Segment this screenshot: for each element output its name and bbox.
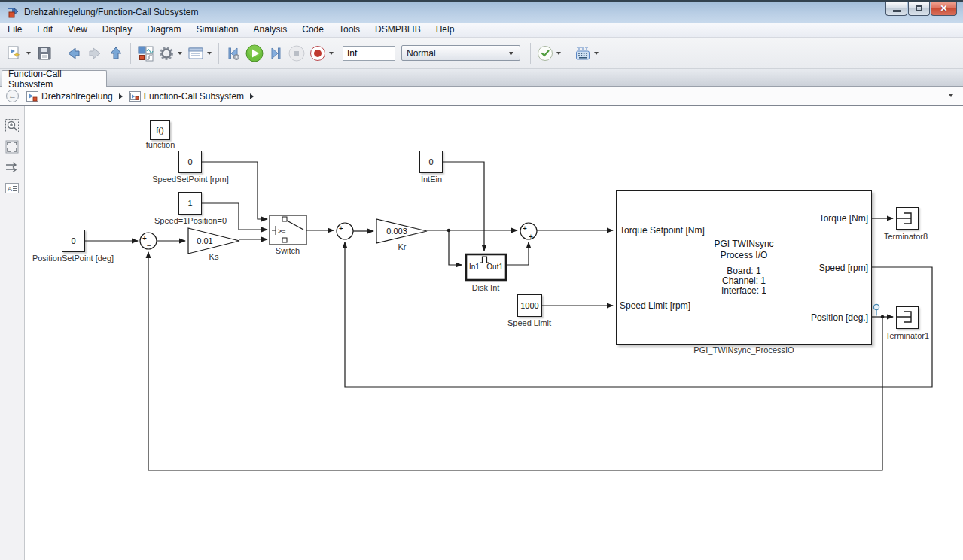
model-config-icon <box>187 44 205 62</box>
record-icon <box>309 44 327 62</box>
menu-diagram[interactable]: Diagram <box>139 23 188 37</box>
run-button[interactable] <box>244 43 265 64</box>
record-button[interactable] <box>307 43 328 64</box>
breadcrumb-options-button[interactable] <box>945 90 958 102</box>
branch-dot <box>447 229 451 233</box>
wire-position-feedback <box>148 252 882 470</box>
step-forward-icon <box>267 44 285 62</box>
breadcrumb: ← Drehzahlregelung Function-Call Subsyst… <box>0 87 963 106</box>
simulation-mode-value: Normal <box>407 48 436 59</box>
save-button[interactable] <box>34 43 55 64</box>
window-title: Drehzahlregelung/Function-Call Subsystem <box>24 7 198 17</box>
hardware-board-dropdown[interactable] <box>594 52 599 55</box>
sum-speed[interactable]: + − <box>337 223 353 240</box>
breadcrumb-item-subsystem[interactable]: Function-Call Subsystem <box>129 91 244 102</box>
simulation-mode-caret <box>509 52 513 55</box>
test-point-icon[interactable] <box>873 304 879 315</box>
menu-code[interactable]: Code <box>294 23 331 37</box>
model-advisor-check-icon <box>536 44 554 62</box>
title-bar: Drehzahlregelung/Function-Call Subsystem… <box>0 0 963 23</box>
terminator1-icon <box>897 311 911 322</box>
model-config-dropdown[interactable] <box>207 52 212 55</box>
signal-route-button[interactable] <box>5 160 20 175</box>
hardware-board-button[interactable] <box>572 43 593 64</box>
model-config-button[interactable] <box>185 43 206 64</box>
up-icon <box>107 44 125 62</box>
navigate-back-button[interactable] <box>63 43 84 64</box>
menu-simulation[interactable]: Simulation <box>189 23 246 37</box>
toolbar-separator <box>530 43 531 64</box>
menu-file[interactable]: File <box>0 23 29 37</box>
sum-torque[interactable]: + + <box>520 223 537 241</box>
record-dropdown[interactable] <box>329 52 334 55</box>
navigate-up-button[interactable] <box>105 43 126 64</box>
menu-display[interactable]: Display <box>95 23 139 37</box>
annotation-button[interactable]: A <box>5 181 20 196</box>
close-icon: ✕ <box>940 4 947 13</box>
svg-text:A: A <box>8 185 12 193</box>
menu-tools[interactable]: Tools <box>331 23 367 37</box>
model-advisor-dropdown[interactable] <box>556 52 561 55</box>
stop-icon <box>288 44 306 62</box>
subsystem-icon <box>129 91 141 102</box>
hardware-board-icon <box>574 44 592 62</box>
breadcrumb-back-button[interactable]: ← <box>6 90 19 102</box>
settings-button[interactable] <box>156 43 177 64</box>
toolbar-separator <box>130 43 131 64</box>
menu-edit[interactable]: Edit <box>29 23 60 37</box>
sum-sign-plus: + <box>529 233 533 241</box>
new-model-icon <box>6 44 24 62</box>
wire-diskint-sum <box>507 242 529 265</box>
diagram-canvas[interactable]: f() function 0 SpeedSetPoint [rpm] 1 Spe… <box>25 106 963 560</box>
gain-ks-block[interactable]: 0.01 <box>188 228 239 254</box>
gear-icon <box>157 44 175 62</box>
menu-bar: File Edit View Display Diagram Simulatio… <box>0 23 963 38</box>
simulink-model-icon <box>26 91 38 102</box>
new-model-button[interactable] <box>5 43 26 64</box>
navigate-forward-button[interactable] <box>84 43 105 64</box>
step-back-button[interactable] <box>223 43 244 64</box>
sum-sign-minus: − <box>147 242 151 250</box>
wire-speed-feedback <box>345 242 932 387</box>
sum-sign-plus: + <box>523 224 527 233</box>
library-browser-icon <box>136 44 154 62</box>
signal-wires-layer: + − + − + + 0.01 0.003 <box>25 106 963 560</box>
simulation-mode-select[interactable]: Normal <box>401 45 520 61</box>
back-icon <box>65 44 83 62</box>
sum-position[interactable]: + − <box>140 233 157 250</box>
maximize-button[interactable] <box>908 2 930 16</box>
disk-int-inport-label: In1 <box>469 263 480 271</box>
breadcrumb-label: Function-Call Subsystem <box>144 91 244 102</box>
disk-int-block[interactable]: In1 Out1 <box>466 254 506 280</box>
switch-block[interactable]: >= <box>270 215 306 245</box>
gain-ks-value: 0.01 <box>197 236 212 245</box>
maximize-icon <box>916 5 922 11</box>
breadcrumb-item-model[interactable]: Drehzahlregelung <box>26 91 113 102</box>
wire-branch-diskint <box>449 230 462 265</box>
tool-palette: A <box>0 106 25 560</box>
menu-view[interactable]: View <box>60 23 95 37</box>
step-forward-button[interactable] <box>265 43 286 64</box>
breadcrumb-arrow-icon[interactable] <box>250 93 254 99</box>
tab-function-call-subsystem[interactable]: Function-Call Subsystem <box>2 70 107 87</box>
run-icon <box>245 44 264 63</box>
library-browser-button[interactable] <box>135 43 156 64</box>
menu-analysis[interactable]: Analysis <box>246 23 295 37</box>
new-model-dropdown[interactable] <box>26 52 31 55</box>
model-advisor-button[interactable] <box>535 43 556 64</box>
menu-dsmpblib[interactable]: DSMPBLIB <box>367 23 428 37</box>
gain-kr-block[interactable]: 0.003 <box>376 219 427 243</box>
stop-time-input[interactable] <box>343 46 395 61</box>
toolbar-separator <box>568 43 568 64</box>
wire-speedsetpoint-switch <box>202 162 267 219</box>
fit-to-view-button[interactable] <box>5 139 20 154</box>
zoom-region-button[interactable] <box>5 118 20 133</box>
minimize-icon <box>893 10 901 12</box>
breadcrumb-arrow-icon[interactable] <box>119 93 123 99</box>
settings-dropdown[interactable] <box>178 52 182 55</box>
main-area: A f() function 0 SpeedSetPoint [rpm] 1 S… <box>0 106 963 560</box>
stop-button[interactable] <box>286 43 307 64</box>
menu-help[interactable]: Help <box>428 23 462 37</box>
close-button[interactable]: ✕ <box>931 2 957 16</box>
minimize-button[interactable] <box>885 2 907 16</box>
